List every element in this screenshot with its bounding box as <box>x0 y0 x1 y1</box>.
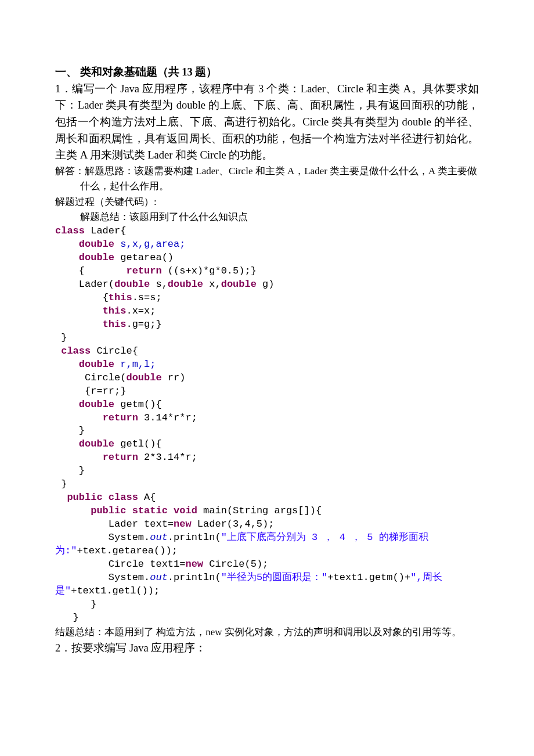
keyword-public: public <box>67 492 102 503</box>
keyword-this: this <box>109 292 132 303</box>
process-label: 解题过程（关键代码）: <box>55 195 479 210</box>
static-out: out <box>150 532 168 543</box>
keyword-public: public <box>91 505 126 516</box>
keyword-class: class <box>55 225 85 236</box>
keyword-return: return <box>126 265 161 276</box>
keyword-double: double <box>79 438 114 449</box>
code-block: class Lader{ double s,x,g,area; double g… <box>55 225 479 624</box>
answer-thought: 解答：解题思路：该题需要构建 Lader、Circle 和主类 A，Lader … <box>55 164 479 195</box>
keyword-class: class <box>61 345 91 357</box>
field-s: s <box>120 239 126 250</box>
fields-lader: ,x,g,area; <box>126 239 185 250</box>
keyword-static: static <box>132 505 168 516</box>
keyword-double: double <box>126 372 161 383</box>
conclusion: 结题总结：本题用到了 构造方法，new 实例化对象，方法的声明和调用以及对象的引… <box>55 625 479 640</box>
keyword-double: double <box>114 279 150 290</box>
string-literal-2a: "半径为5的圆面积是：" <box>221 572 328 583</box>
static-out: out <box>150 572 168 583</box>
keyword-double: double <box>168 279 203 290</box>
keyword-this: this <box>103 305 127 316</box>
fields-circle: ,m,l; <box>126 359 156 370</box>
page-content: 一、 类和对象基础题（共 13 题） 1．编写一个 Java 应用程序，该程序中… <box>0 0 534 756</box>
keyword-new: new <box>174 519 192 530</box>
problem-2: 2．按要求编写 Java 应用程序： <box>55 640 479 657</box>
keyword-double: double <box>79 359 114 370</box>
section-title: 一、 类和对象基础题（共 13 题） <box>55 64 479 81</box>
keyword-return: return <box>103 452 138 463</box>
field-r: r <box>120 359 126 370</box>
keyword-double: double <box>79 252 114 263</box>
problem-1-body: 1．编写一个 Java 应用程序，该程序中有 3 个类：Lader、Circle… <box>55 81 479 164</box>
keyword-return: return <box>103 412 138 423</box>
keyword-class: class <box>109 492 138 503</box>
keyword-double: double <box>79 239 114 250</box>
keyword-this: this <box>103 319 127 330</box>
keyword-double: double <box>79 399 114 410</box>
keyword-new: new <box>185 559 203 570</box>
keyword-void: void <box>174 505 197 516</box>
summary-hint: 解题总结：该题用到了什么什么知识点 <box>55 210 479 225</box>
keyword-double: double <box>221 279 257 290</box>
